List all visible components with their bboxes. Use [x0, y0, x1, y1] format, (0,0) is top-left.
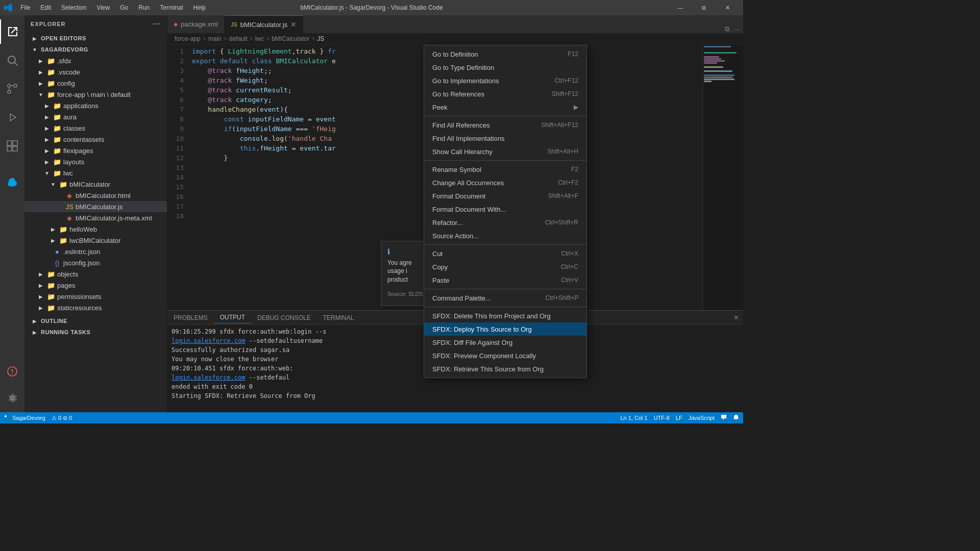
ctx-goto-type-definition[interactable]: Go to Type Definition — [424, 61, 586, 74]
folder-icon: 📁 — [47, 270, 55, 278]
tree-bmicalc-meta[interactable]: ◈ bMICalculator.js-meta.xml — [24, 212, 167, 223]
activity-debug[interactable] — [0, 105, 24, 130]
tree-pages[interactable]: ▶ 📁 pages — [24, 280, 167, 291]
split-editor-button[interactable]: ⧉ — [725, 25, 729, 33]
tree-forceapp[interactable]: ▼ 📁 force-app \ main \ default — [24, 89, 167, 100]
activity-explorer[interactable] — [0, 19, 24, 44]
status-notifications[interactable] — [733, 414, 739, 421]
status-ln-col[interactable]: Ln 1, Col 1 — [620, 415, 647, 421]
tree-sfdx[interactable]: ▶ 📁 .sfdx — [24, 55, 167, 66]
menu-view[interactable]: View — [92, 3, 114, 12]
folder-icon: 📁 — [53, 102, 61, 110]
more-tabs-button[interactable]: ··· — [733, 26, 739, 33]
status-language[interactable]: JavaScript — [689, 415, 715, 421]
tree-flexipages[interactable]: ▶ 📁 flexipages — [24, 145, 167, 156]
activity-search[interactable] — [0, 48, 24, 72]
ctx-sfdx-deploy[interactable]: SFDX: Deploy This Source to Org — [424, 322, 586, 336]
ctx-goto-implementations[interactable]: Go to Implementations Ctrl+F12 — [424, 74, 586, 87]
ctx-refactor[interactable]: Refactor... Ctrl+Shift+R — [424, 216, 586, 229]
tree-bmicalc-js[interactable]: JS bMICalculator.js — [24, 201, 167, 212]
activity-settings[interactable] — [0, 388, 24, 412]
ctx-format-document-with[interactable]: Format Document With... — [424, 203, 586, 216]
running-tasks-label: RUNNING TASKS — [41, 329, 90, 335]
tree-vscode[interactable]: ▶ 📁 .vscode — [24, 66, 167, 78]
sidebar: EXPLORER ··· ▶ OPEN EDITORS ▼ SAGARDEVOR… — [24, 15, 167, 412]
status-eol[interactable]: LF — [676, 415, 682, 421]
activity-salesforce[interactable] — [0, 170, 24, 195]
ctx-goto-definition[interactable]: Go to Definition F12 — [424, 47, 586, 61]
root-section[interactable]: ▼ SAGARDEVORG — [24, 44, 167, 55]
tab-close-button[interactable]: ✕ — [290, 20, 297, 29]
tab-problems[interactable]: PROBLEMS — [167, 312, 214, 323]
ctx-paste[interactable]: Paste Ctrl+V — [424, 273, 586, 287]
tab-terminal[interactable]: TERMINAL — [317, 312, 360, 323]
tab-debug-console[interactable]: DEBUG CONSOLE — [251, 312, 317, 323]
ctx-show-call-hierarchy[interactable]: Show Call Hierarchy Shift+Alt+H — [424, 145, 586, 158]
ctx-peek[interactable]: Peek ▶ — [424, 101, 586, 114]
separator-4 — [424, 289, 586, 289]
menu-file[interactable]: File — [16, 3, 34, 12]
panel-close-button[interactable]: ✕ — [733, 314, 739, 321]
maximize-button[interactable]: ⧉ — [692, 0, 716, 15]
status-errors[interactable]: ⚠ 0 ⊘ 0 — [52, 415, 72, 421]
open-editors-section[interactable]: ▶ OPEN EDITORS — [24, 33, 167, 44]
minimize-button[interactable]: — — [669, 0, 692, 15]
ctx-goto-references[interactable]: Go to References Shift+F12 — [424, 87, 586, 101]
menu-run[interactable]: Run — [134, 3, 154, 12]
tree-classes[interactable]: ▶ 📁 classes — [24, 122, 167, 134]
ctx-sfdx-delete[interactable]: SFDX: Delete This from Project and Org — [424, 309, 586, 322]
ctx-sfdx-retrieve[interactable]: SFDX: Retrieve This Source from Org — [424, 362, 586, 375]
tree-bmicalc-html[interactable]: ◈ bMICalculator.html — [24, 190, 167, 201]
ctx-copy[interactable]: Copy Ctrl+C — [424, 260, 586, 273]
ctx-format-document[interactable]: Format Document Shift+Alt+F — [424, 189, 586, 203]
menu-help[interactable]: Help — [189, 3, 210, 12]
ctx-sfdx-diff[interactable]: SFDX: Diff File Against Org — [424, 336, 586, 349]
status-git[interactable]: SagarDevorg — [4, 415, 45, 421]
ctx-source-action[interactable]: Source Action... — [424, 229, 586, 242]
tree-config[interactable]: ▶ 📁 config — [24, 78, 167, 89]
tree-jsconfig[interactable]: {} jsconfig.json — [24, 257, 167, 268]
menu-selection[interactable]: Selection — [57, 3, 90, 12]
ctx-change-all-occurrences[interactable]: Change All Occurrences Ctrl+F2 — [424, 176, 586, 189]
tree-bmicalc-folder[interactable]: ▼ 📁 bMICalculator — [24, 179, 167, 190]
tab-bmicalc-js[interactable]: JS bMICalculator.js ✕ — [225, 15, 303, 33]
tree-aura[interactable]: ▶ 📁 aura — [24, 111, 167, 122]
ctx-sfdx-preview[interactable]: SFDX: Preview Component Locally — [424, 349, 586, 362]
ctx-rename-symbol[interactable]: Rename Symbol F2 — [424, 163, 586, 176]
close-button[interactable]: ✕ — [716, 0, 739, 15]
tree-lwcbmi[interactable]: ▶ 📁 lwcBMICalculator — [24, 235, 167, 246]
menu-edit[interactable]: Edit — [36, 3, 55, 12]
ctx-find-all-implementations[interactable]: Find All Implementations — [424, 132, 586, 145]
menu-terminal[interactable]: Terminal — [156, 3, 187, 12]
tree-staticresources[interactable]: ▶ 📁 staticresources — [24, 302, 167, 313]
activity-extensions[interactable] — [0, 134, 24, 158]
open-editors-label: OPEN EDITORS — [41, 35, 86, 41]
svg-rect-11 — [13, 146, 17, 151]
tree-objects[interactable]: ▶ 📁 objects — [24, 268, 167, 280]
tree-contentassets[interactable]: ▶ 📁 contentassets — [24, 134, 167, 145]
ctx-find-all-references[interactable]: Find All References Shift+Alt+F12 — [424, 118, 586, 132]
folder-icon: 📁 — [53, 113, 61, 121]
tree-applications[interactable]: ▶ 📁 applications — [24, 100, 167, 111]
tab-output[interactable]: OUTPUT — [214, 312, 251, 323]
tree-helloweb[interactable]: ▶ 📁 helloWeb — [24, 223, 167, 235]
info-icon: ℹ — [387, 247, 390, 256]
folder-icon: 📁 — [47, 79, 55, 87]
activity-errors[interactable] — [0, 359, 24, 384]
title-bar-left: File Edit Selection View Go Run Terminal… — [4, 3, 210, 12]
tab-package-xml[interactable]: ◈ package.xml — [167, 15, 225, 33]
tree-permissionsets[interactable]: ▶ 📁 permissionsets — [24, 291, 167, 302]
running-tasks-section[interactable]: ▶ RUNNING TASKS — [24, 327, 167, 338]
tree-eslint[interactable]: ● .eslintrc.json — [24, 246, 167, 257]
outline-section[interactable]: ▶ OUTLINE — [24, 315, 167, 327]
explorer-menu[interactable]: ··· — [153, 19, 161, 29]
status-feedback[interactable] — [721, 414, 727, 421]
tree-lwc[interactable]: ▼ 📁 lwc — [24, 167, 167, 179]
menu-go[interactable]: Go — [116, 3, 132, 12]
tree-layouts[interactable]: ▶ 📁 layouts — [24, 156, 167, 167]
js-file-icon: JS — [65, 203, 74, 211]
status-encoding[interactable]: UTF-8 — [654, 415, 670, 421]
ctx-cut[interactable]: Cut Ctrl+X — [424, 247, 586, 260]
ctx-command-palette[interactable]: Command Palette... Ctrl+Shift+P — [424, 291, 586, 305]
activity-git[interactable] — [0, 77, 24, 101]
